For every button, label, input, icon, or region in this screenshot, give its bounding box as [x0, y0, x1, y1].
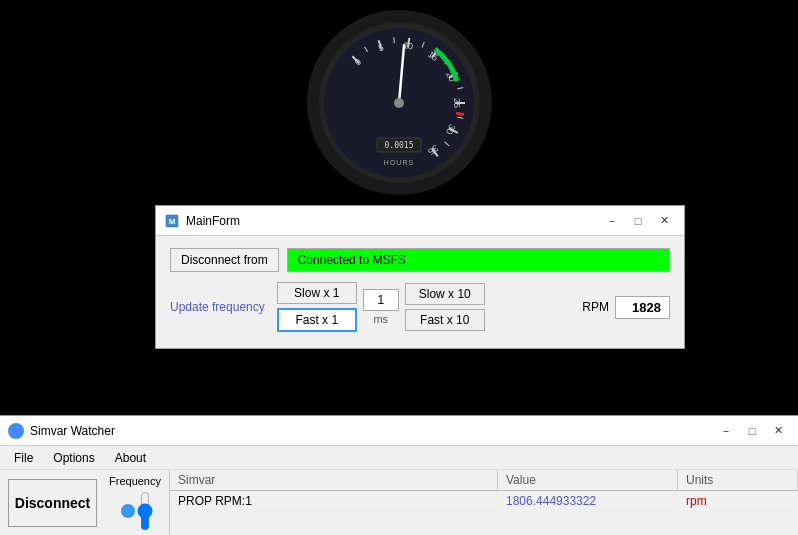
svg-text:HOURS: HOURS	[384, 159, 414, 166]
svg-line-24	[456, 113, 464, 114]
sw-minimize-button[interactable]: −	[714, 421, 738, 441]
th-value: Value	[498, 470, 678, 490]
sw-body: Disconnect Frequency Simvar Value Units …	[0, 470, 798, 535]
minimize-button[interactable]: −	[600, 211, 624, 231]
connected-status: Connected to MSFS	[287, 248, 670, 272]
fast-x1-button[interactable]: Fast x 1	[277, 308, 357, 332]
td-units: rpm	[678, 491, 798, 511]
sw-table-header: Simvar Value Units	[170, 470, 798, 491]
sw-close-button[interactable]: ✕	[766, 421, 790, 441]
rpm-gauge: 0 5 10 15 20 25 30 35 0.0015 HOURS	[307, 10, 492, 195]
update-frequency-label: Update frequency	[170, 300, 265, 314]
frequency-slider[interactable]	[141, 491, 149, 531]
svg-point-26	[394, 98, 404, 108]
th-units: Units	[678, 470, 798, 490]
sw-title: Simvar Watcher	[30, 424, 714, 438]
sw-right-panel: Simvar Value Units PROP RPM:1 1806.44493…	[170, 470, 798, 535]
menu-about[interactable]: About	[107, 449, 154, 467]
slow-x10-button[interactable]: Slow x 10	[405, 283, 485, 305]
td-value: 1806.444933322	[498, 491, 678, 511]
close-button[interactable]: ✕	[652, 211, 676, 231]
frequency-row: Update frequency Slow x 1 Fast x 1 ms Sl…	[170, 282, 670, 332]
ms-input[interactable]	[363, 289, 399, 311]
freq-right-buttons: Slow x 10 Fast x 10	[405, 283, 485, 331]
rpm-value: 1828	[615, 296, 670, 319]
sw-titlebar: Simvar Watcher − □ ✕	[0, 416, 798, 446]
sw-maximize-button[interactable]: □	[740, 421, 764, 441]
ms-label: ms	[373, 313, 388, 325]
simvar-watcher-window: Simvar Watcher − □ ✕ File Options About …	[0, 415, 798, 535]
freq-center: ms	[363, 289, 399, 325]
gauge-area: 0 5 10 15 20 25 30 35 0.0015 HOURS	[0, 0, 798, 205]
maximize-button[interactable]: □	[626, 211, 650, 231]
connection-row: Disconnect from Connected to MSFS	[170, 248, 670, 272]
table-row: PROP RPM:1 1806.444933322 rpm	[170, 491, 798, 512]
window-controls: − □ ✕	[600, 211, 676, 231]
rpm-section: RPM 1828	[582, 296, 670, 319]
sw-left-panel: Disconnect Frequency	[0, 470, 170, 535]
fast-x10-button[interactable]: Fast x 10	[405, 309, 485, 331]
frequency-control: Frequency	[109, 475, 161, 531]
sw-controls: − □ ✕	[714, 421, 790, 441]
mainform-title: MainForm	[186, 214, 600, 228]
sw-table-body: PROP RPM:1 1806.444933322 rpm	[170, 491, 798, 535]
svg-text:25: 25	[452, 97, 462, 107]
menu-options[interactable]: Options	[45, 449, 102, 467]
frequency-dot	[121, 504, 135, 518]
sw-icon	[8, 423, 24, 439]
mainform-window: M MainForm − □ ✕ Disconnect from Connect…	[155, 205, 685, 349]
gauge-svg: 0 5 10 15 20 25 30 35 0.0015 HOURS	[319, 23, 479, 183]
sw-menubar: File Options About	[0, 446, 798, 470]
mainform-body: Disconnect from Connected to MSFS Update…	[156, 236, 684, 348]
mainform-titlebar: M MainForm − □ ✕	[156, 206, 684, 236]
svg-text:M: M	[169, 217, 176, 226]
menu-file[interactable]: File	[6, 449, 41, 467]
slow-x1-button[interactable]: Slow x 1	[277, 282, 357, 304]
mainform-icon: M	[164, 213, 180, 229]
th-simvar: Simvar	[170, 470, 498, 490]
svg-text:0.0015: 0.0015	[385, 141, 414, 150]
frequency-label: Frequency	[109, 475, 161, 487]
td-simvar: PROP RPM:1	[170, 491, 498, 511]
rpm-label: RPM	[582, 300, 609, 314]
disconnect-button[interactable]: Disconnect	[8, 479, 97, 527]
freq-left-buttons: Slow x 1 Fast x 1	[277, 282, 357, 332]
disconnect-from-button[interactable]: Disconnect from	[170, 248, 279, 272]
